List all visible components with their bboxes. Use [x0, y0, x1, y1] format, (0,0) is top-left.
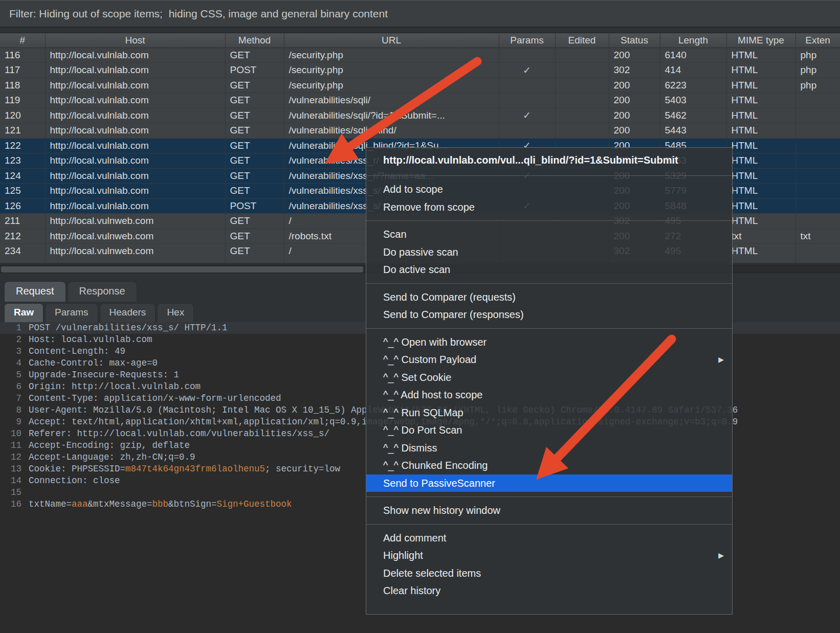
cell-mime: txt [726, 229, 795, 244]
menu-item-chunked-encoding[interactable]: ^_^ Chunked Encoding [366, 457, 732, 474]
menu-item-scan[interactable]: Scan [366, 225, 732, 243]
cell-url: /vulnerabilities/sqli/ [284, 93, 499, 108]
filter-text: Filter: Hiding out of scope items; hidin… [9, 8, 388, 20]
check-icon: ✓ [523, 65, 531, 76]
menu-item-set-cookie[interactable]: ^_^ Set Cookie [366, 369, 732, 387]
cell-host: http://local.vulnweb.com [45, 259, 225, 263]
cell-mime: HTML [726, 184, 795, 199]
cell-ext: txt [795, 229, 840, 244]
cell-mime: HTML [726, 48, 795, 63]
submenu-arrow-icon: ▶ [718, 351, 724, 369]
column-header-url[interactable]: URL [284, 33, 499, 48]
cell-ext [795, 153, 840, 169]
line-text: POST /vulnerabilities/xss_s/ HTTP/1.1 [29, 322, 228, 334]
cell-url: /security.php [284, 78, 499, 93]
history-row-121[interactable]: 121http://local.vulnlab.comGET/vulnerabi… [0, 123, 840, 139]
context-menu-title: http://local.vulnlab.com/vul...qli_blind… [366, 148, 732, 171]
menu-item-add-comment[interactable]: Add comment [366, 529, 732, 547]
cell-num: 120 [0, 108, 45, 123]
cell-ext: php [795, 78, 840, 93]
menu-item-add-to-scope[interactable]: Add to scope [366, 180, 732, 198]
column-header-host[interactable]: Host [45, 33, 225, 48]
menu-item-dismiss[interactable]: ^_^ Dismiss [366, 439, 732, 457]
cell-mime: HTML [726, 168, 795, 184]
cell-num: 126 [0, 198, 45, 214]
cell-mime: HTML [726, 108, 795, 123]
line-text: Origin: http://local.vulnlab.com [29, 381, 201, 393]
cell-params [499, 123, 555, 139]
column-header-item[interactable]: # [0, 33, 45, 48]
scrollbar-thumb[interactable] [1, 266, 363, 273]
filter-bar[interactable]: Filter: Hiding out of scope items; hidin… [0, 0, 840, 28]
cell-mime: HTML [726, 214, 795, 229]
history-row-118[interactable]: 118http://local.vulnlab.comGET/security.… [0, 78, 840, 93]
cell-host: http://local.vulnweb.com [45, 229, 225, 244]
tab-response[interactable]: Response [68, 281, 137, 302]
history-row-117[interactable]: 117http://local.vulnlab.comPOST/security… [0, 63, 840, 78]
tab-raw[interactable]: Raw [4, 303, 43, 322]
cell-mime: HTML [726, 138, 795, 153]
submenu-arrow-icon: ▶ [718, 547, 724, 564]
cell-method: GET [225, 259, 284, 263]
line-number: 4 [0, 357, 29, 369]
column-header-method[interactable]: Method [225, 33, 284, 48]
cell-method: GET [225, 93, 284, 108]
menu-item-send-to-passivescanner[interactable]: Send to PassiveScanner [366, 474, 732, 492]
cell-num: 122 [0, 138, 45, 153]
column-header-status[interactable]: Status [609, 33, 660, 48]
menu-item-delete-selected-items[interactable]: Delete selected items [366, 564, 732, 582]
column-header-edited[interactable]: Edited [555, 33, 609, 48]
menu-separator [366, 496, 732, 497]
cell-params: ✓ [499, 108, 555, 123]
menu-separator [366, 220, 732, 221]
menu-item-run-sqlmap[interactable]: ^_^ Run SQLMap [366, 404, 732, 422]
history-row-119[interactable]: 119http://local.vulnlab.comGET/vulnerabi… [0, 93, 840, 108]
cell-host: http://local.vulnlab.com [45, 198, 225, 214]
menu-item-do-active-scan[interactable]: Do active scan [366, 261, 732, 279]
cell-edited [555, 108, 609, 123]
menu-item-open-with-browser[interactable]: ^_^ Open with browser [366, 333, 732, 351]
cell-params [499, 93, 555, 108]
cell-length: 414 [660, 63, 726, 78]
line-number: 3 [0, 346, 29, 357]
cell-params [499, 48, 555, 63]
check-icon: ✓ [523, 110, 531, 121]
cell-url: /security.php [284, 48, 499, 63]
menu-item-remove-from-scope[interactable]: Remove from scope [366, 198, 732, 216]
column-header-exten[interactable]: Exten [795, 33, 840, 48]
cell-ext [795, 198, 840, 214]
tab-hex[interactable]: Hex [157, 303, 194, 322]
tab-request[interactable]: Request [4, 281, 66, 302]
menu-item-highlight[interactable]: Highlight▶ [366, 547, 732, 564]
cell-num: 123 [0, 153, 45, 169]
column-header-length[interactable]: Length [660, 33, 726, 48]
cell-status: 200 [609, 78, 660, 93]
tab-params[interactable]: Params [45, 303, 98, 322]
menu-item-do-port-scan[interactable]: ^_^ Do Port Scan [366, 421, 732, 439]
cell-mime: HTML [726, 93, 795, 108]
history-row-120[interactable]: 120http://local.vulnlab.comGET/vulnerabi… [0, 108, 840, 123]
cell-num: 117 [0, 63, 45, 78]
menu-item-custom-payload[interactable]: ^_^ Custom Payload▶ [366, 351, 732, 369]
context-menu: http://local.vulnlab.com/vul...qli_blind… [366, 147, 733, 615]
menu-item-show-new-history-window[interactable]: Show new history window [366, 502, 732, 519]
menu-item-send-to-comparer-requests[interactable]: Send to Comparer (requests) [366, 288, 732, 306]
cell-edited [555, 63, 609, 78]
cell-edited [555, 93, 609, 108]
tab-headers[interactable]: Headers [100, 303, 156, 322]
cell-method: GET [225, 108, 284, 123]
menu-item-do-passive-scan[interactable]: Do passive scan [366, 243, 732, 261]
cell-method: GET [225, 153, 284, 169]
column-header-mime-type[interactable]: MIME type [726, 33, 795, 48]
history-row-116[interactable]: 116http://local.vulnlab.comGET/security.… [0, 48, 840, 63]
cell-num: 125 [0, 184, 45, 199]
cell-mime: HTML [726, 198, 795, 214]
cell-length: 6223 [660, 78, 726, 93]
column-header-params[interactable]: Params [499, 33, 555, 48]
menu-item-clear-history[interactable]: Clear history [366, 582, 732, 600]
line-number: 7 [0, 393, 29, 404]
line-text: Content-Type: application/x-www-form-url… [29, 393, 281, 404]
menu-item-send-to-comparer-responses[interactable]: Send to Comparer (responses) [366, 306, 732, 324]
menu-item-add-host-to-scope[interactable]: ^_^ Add host to scope [366, 386, 732, 404]
cell-method: POST [225, 198, 284, 214]
